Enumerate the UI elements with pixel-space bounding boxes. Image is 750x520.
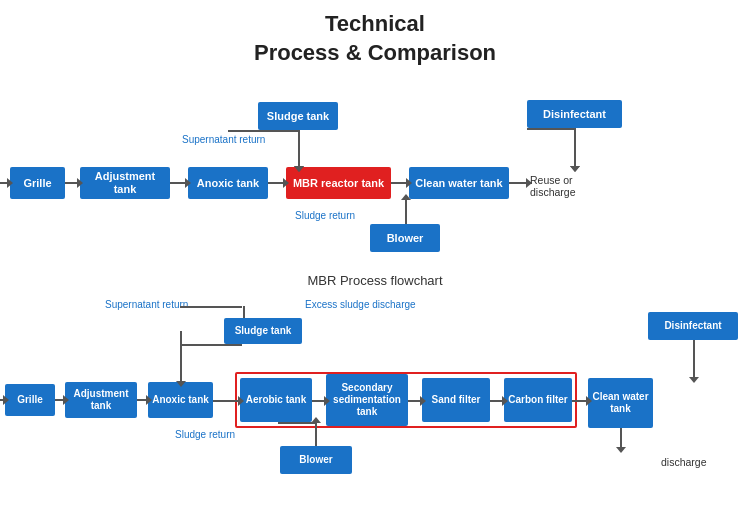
label-reuse: Reuse ordischarge <box>530 174 576 198</box>
line-sludge-return-h <box>228 130 300 132</box>
box-blower2: Blower <box>280 446 352 474</box>
arr2-anox-aerob <box>213 400 239 402</box>
mbr-diagram: Grille Adjustment tank Anoxic tank MBR r… <box>0 72 750 292</box>
box-anox2: Anoxic tank <box>148 382 213 418</box>
arr2-sludge-v <box>180 344 182 382</box>
arrow-anox-mbr <box>268 182 284 184</box>
box-carbon: Carbon filter <box>504 378 572 422</box>
label2-supernatant: Supernatant return <box>105 299 188 310</box>
box-sand: Sand filter <box>422 378 490 422</box>
arrow-disinfect-v <box>574 128 576 167</box>
arrow-sludge-v-down <box>298 130 300 167</box>
line2-supernatant <box>180 306 242 308</box>
box-blower: Blower <box>370 224 440 252</box>
label2-discharge: discharge <box>661 456 707 468</box>
traditional-diagram: Grille Adjustment tank Anoxic tank Aerob… <box>0 294 750 520</box>
arr2-sand-carbon <box>490 400 503 402</box>
box-grille2: Grille <box>5 384 55 416</box>
box-sludge-tank2: Sludge tank <box>224 318 302 344</box>
arrow-mbr-clean <box>391 182 407 184</box>
line2-sludge-h <box>180 344 242 346</box>
arrow-blower-up <box>405 199 407 224</box>
box-adjustment: Adjustment tank <box>80 167 170 199</box>
label2-sludge-return: Sludge return <box>175 429 235 440</box>
box-secsed: Secondary sedimentation tank <box>326 374 408 426</box>
box-aerobic: Aerobic tank <box>240 378 312 422</box>
label-supernatant: Supernatant return <box>182 134 265 145</box>
box-disinfectant: Disinfectant <box>527 100 622 128</box>
arrow-entry <box>0 182 8 184</box>
arrow-clean-reuse <box>509 182 527 184</box>
arr2-grille-adj <box>55 399 64 401</box>
arr2-blower-up <box>315 422 317 446</box>
arr2-aerob-secsed <box>312 400 325 402</box>
box-adj2: Adjustment tank <box>65 382 137 418</box>
label2-excess: Excess sludge discharge <box>305 299 416 310</box>
mbr-caption: MBR Process flowchart <box>0 273 750 288</box>
arr2-disinfect-v <box>693 340 695 378</box>
line-disinfect-h <box>527 128 574 130</box>
arr2-adj-anox <box>137 399 147 401</box>
line2-super-v <box>243 306 245 318</box>
arr2-clean-discharge <box>620 428 622 448</box>
label-sludge-return: Sludge return <box>295 210 355 221</box>
box-anoxic: Anoxic tank <box>188 167 268 199</box>
line2-sludge-v2 <box>180 331 182 344</box>
box-clean2: Clean water tank <box>588 378 653 428</box>
box-sludge-tank: Sludge tank <box>258 102 338 130</box>
page-title: Technical Process & Comparison <box>0 0 750 67</box>
arrow-adj-anox <box>170 182 186 184</box>
arr2-carbon-clean <box>572 400 587 402</box>
line2-blower-h <box>278 422 315 424</box>
box-clean-water: Clean water tank <box>409 167 509 199</box>
arr2-entry <box>0 399 4 401</box>
box-grille: Grille <box>10 167 65 199</box>
arr2-secsed-sand <box>408 400 421 402</box>
box-disinfectant2: Disinfectant <box>648 312 738 340</box>
arrow-grille-adj <box>65 182 78 184</box>
